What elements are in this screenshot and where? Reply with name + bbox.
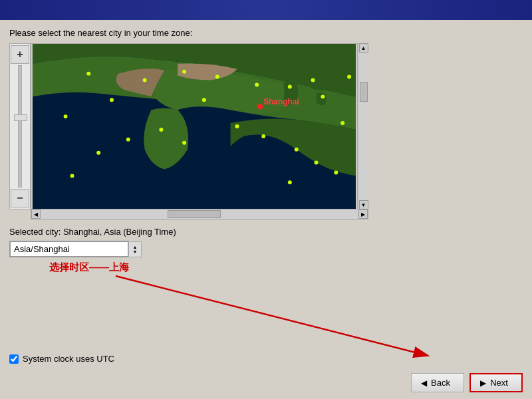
svg-point-5 bbox=[255, 83, 259, 87]
timezone-select-wrapper: Asia/Shanghai Asia/Beijing Asia/Tokyo As… bbox=[9, 241, 523, 257]
svg-point-21 bbox=[288, 180, 292, 184]
utc-label: System clock uses UTC bbox=[23, 354, 114, 364]
svg-point-23 bbox=[347, 75, 351, 79]
utc-checkbox[interactable] bbox=[9, 354, 19, 364]
zoom-out-button[interactable]: − bbox=[11, 189, 29, 207]
header-bar bbox=[0, 0, 532, 20]
scrollbar-vertical-thumb[interactable] bbox=[360, 82, 368, 102]
annotation-text: 选择时区——上海 bbox=[49, 261, 523, 274]
svg-point-1 bbox=[86, 72, 90, 76]
svg-point-25 bbox=[257, 104, 263, 109]
main-content: Please select the nearest city in your t… bbox=[0, 28, 532, 274]
scrollbar-vertical-track[interactable] bbox=[359, 53, 368, 200]
map-area: + − bbox=[9, 43, 368, 209]
button-row: ◀ Back ▶ Next bbox=[9, 373, 523, 392]
svg-point-8 bbox=[321, 94, 325, 98]
next-button[interactable]: ▶ Next bbox=[469, 373, 523, 392]
svg-point-13 bbox=[315, 161, 319, 165]
map-wrapper[interactable]: Shanghai bbox=[31, 43, 358, 209]
svg-point-24 bbox=[96, 151, 100, 155]
scroll-right-arrow[interactable]: ▶ bbox=[358, 209, 368, 219]
timezone-select[interactable]: Asia/Shanghai Asia/Beijing Asia/Tokyo As… bbox=[9, 241, 129, 257]
scroll-down-arrow[interactable]: ▼ bbox=[359, 200, 368, 209]
back-button[interactable]: ◀ Back bbox=[411, 373, 464, 392]
svg-point-17 bbox=[202, 98, 206, 102]
svg-point-15 bbox=[64, 114, 68, 118]
instruction-label: Please select the nearest city in your t… bbox=[9, 28, 523, 38]
svg-point-6 bbox=[288, 85, 292, 89]
bottom-section: System clock uses UTC ◀ Back ▶ Next bbox=[0, 347, 532, 399]
svg-point-19 bbox=[126, 138, 130, 142]
svg-point-12 bbox=[295, 148, 299, 152]
zoom-slider-area bbox=[10, 65, 30, 188]
svg-point-18 bbox=[340, 121, 344, 125]
svg-point-4 bbox=[215, 75, 219, 79]
svg-point-9 bbox=[159, 128, 163, 132]
back-icon: ◀ bbox=[421, 378, 427, 388]
map-scrollbar-right: ▲ ▼ bbox=[358, 43, 368, 209]
next-icon: ▶ bbox=[480, 378, 486, 388]
map-and-scrollbar: Shanghai ▲ ▼ bbox=[31, 43, 368, 209]
svg-point-7 bbox=[311, 78, 315, 82]
scrollbar-horizontal-track[interactable] bbox=[41, 209, 358, 219]
svg-line-28 bbox=[116, 276, 428, 356]
svg-point-22 bbox=[70, 174, 74, 178]
back-label: Back bbox=[431, 378, 450, 388]
svg-point-11 bbox=[261, 134, 265, 138]
zoom-slider-thumb[interactable] bbox=[14, 114, 27, 121]
selected-city-label: Selected city: Shanghai, Asia (Beijing T… bbox=[9, 227, 523, 237]
utc-checkbox-row: System clock uses UTC bbox=[9, 354, 523, 364]
svg-point-20 bbox=[182, 141, 186, 145]
svg-text:Shanghai: Shanghai bbox=[263, 97, 299, 106]
svg-point-2 bbox=[143, 78, 147, 82]
scrollbar-horizontal-thumb[interactable] bbox=[168, 210, 221, 218]
select-arrow-icon[interactable]: ▲ ▼ bbox=[128, 241, 142, 257]
zoom-controls: + − bbox=[9, 43, 31, 209]
next-label: Next bbox=[490, 378, 508, 388]
svg-point-3 bbox=[182, 70, 186, 74]
scroll-left-arrow[interactable]: ◀ bbox=[31, 209, 41, 219]
map-bottom-scrollbar: ◀ ▶ bbox=[31, 209, 368, 220]
zoom-in-button[interactable]: + bbox=[11, 45, 29, 64]
map-svg: Shanghai bbox=[31, 44, 357, 209]
zoom-slider-track[interactable] bbox=[18, 65, 22, 188]
svg-point-10 bbox=[235, 124, 239, 128]
svg-point-14 bbox=[334, 170, 338, 174]
svg-point-16 bbox=[110, 98, 114, 102]
scroll-up-arrow[interactable]: ▲ bbox=[359, 43, 368, 53]
